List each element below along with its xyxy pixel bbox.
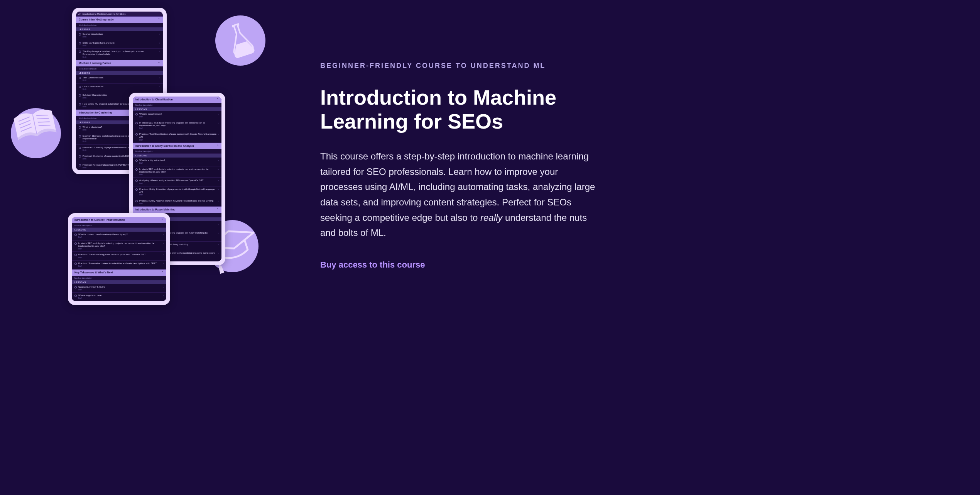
curriculum-card: Introduction to Content Transformation⌃M…	[68, 213, 170, 305]
lesson-row[interactable]: In which SEO and digital marketing proje…	[133, 120, 221, 132]
course-title: Introduction to Machine Learning for SEO…	[320, 85, 598, 133]
module-description: Module description	[72, 223, 166, 228]
lessons-label: LESSONS	[133, 154, 221, 158]
card-topbar: An Introduction to Machine Learning for …	[76, 12, 163, 17]
lesson-row[interactable]: In which SEO and digital marketing proje…	[72, 241, 166, 252]
flask-icon	[215, 15, 265, 66]
module-description: Module description	[72, 276, 166, 280]
module-header[interactable]: Introduction to Classification⌃	[133, 97, 221, 103]
lesson-row[interactable]: Practical: Transform blog posts to socia…	[72, 252, 166, 261]
lesson-row[interactable]: In which SEO and digital marketing proje…	[133, 166, 221, 178]
module-description: Module description	[76, 23, 163, 27]
module-header[interactable]: Course Intro/ Getting ready⌃	[76, 17, 163, 23]
buy-access-link[interactable]: Buy access to this course	[320, 260, 425, 270]
lesson-row[interactable]: Practical: Summarise content to write ti…	[72, 261, 166, 270]
module-description: Module description	[133, 103, 221, 107]
lesson-row[interactable]: What is classification?Draft›	[133, 111, 221, 120]
lesson-row[interactable]: Practical: Text Classification of page c…	[133, 131, 221, 143]
lesson-row[interactable]: Task CharacteristicsDraft›	[76, 75, 163, 84]
lessons-label: LESSONS	[76, 71, 163, 75]
lesson-row[interactable]: What is content transformation (differen…	[72, 232, 166, 241]
lesson-row[interactable]: What is entity extraction?Draft›	[133, 158, 221, 166]
module-description: Module description	[76, 66, 163, 71]
lessons-label: LESSONS	[72, 280, 166, 284]
lesson-row[interactable]: Practical: Entity Extraction of page con…	[133, 186, 221, 198]
lessons-label: LESSONS	[72, 228, 166, 232]
lesson-row[interactable]: Data CharacteristicsDraft›	[76, 84, 163, 93]
lessons-label: LESSONS	[76, 27, 163, 31]
lesson-row[interactable]: Analysing different entity extraction AP…	[133, 178, 221, 186]
eyebrow-text: BEGINNER-FRIENDLY COURSE TO UNDERSTAND M…	[320, 62, 598, 70]
module-description: Module description	[133, 149, 221, 154]
module-header[interactable]: Introduction to Entity Extraction and An…	[133, 143, 221, 149]
lesson-row[interactable]: Course IntroductionDraft›	[76, 31, 163, 40]
book-icon	[11, 108, 61, 158]
module-header[interactable]: Machine Learning Basics⌃	[76, 60, 163, 66]
lesson-row[interactable]: Course Summary & OutroDraft›	[72, 284, 166, 293]
lessons-label: LESSONS	[133, 107, 221, 111]
lesson-row[interactable]: The Psychological mindset I want you to …	[76, 49, 163, 60]
lesson-row[interactable]: Where to go from hereDraft›	[72, 293, 166, 301]
lesson-row[interactable]: Skills you'll gain (hard and soft)Draft›	[76, 40, 163, 49]
module-header[interactable]: Key Takeaways & What's Next⌃	[72, 270, 166, 276]
module-header[interactable]: Introduction to Content Transformation⌃	[72, 217, 166, 223]
lesson-row[interactable]: Practical: Entity Analysis work in Keywo…	[133, 198, 221, 207]
course-description: This course offers a step-by-step introd…	[320, 149, 598, 241]
module-header[interactable]: Introduction to Fuzzy Matching⌃	[133, 207, 221, 213]
